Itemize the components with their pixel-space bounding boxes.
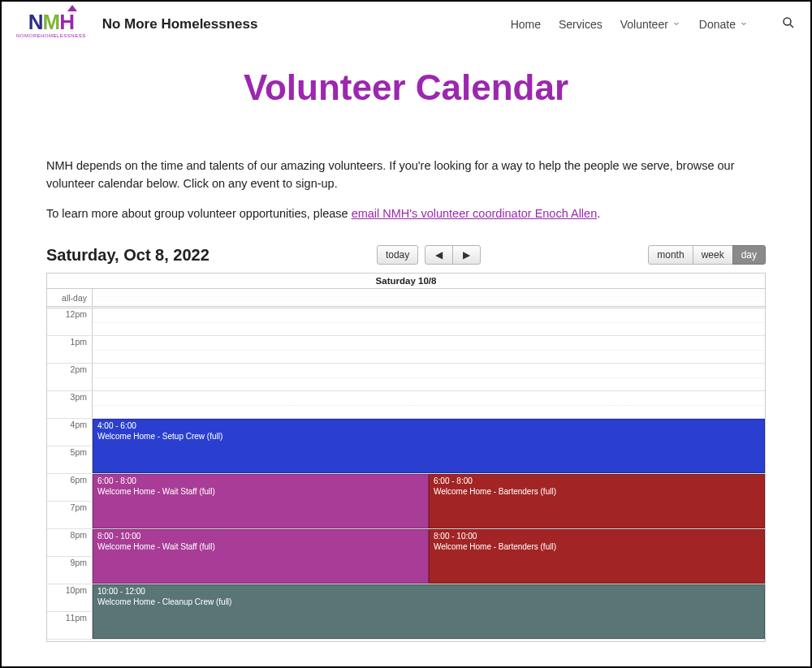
view-week-button[interactable]: week [693, 245, 733, 265]
logo[interactable]: NMH NOMOREHOMELESSNESS No More Homelessn… [16, 10, 257, 38]
intro2-prefix: To learn more about group volunteer oppo… [46, 207, 352, 220]
chevron-down-icon [672, 18, 681, 31]
intro-paragraph-2: To learn more about group volunteer oppo… [46, 205, 766, 222]
nav-volunteer-label: Volunteer [620, 18, 668, 31]
calendar-event[interactable]: 8:00 - 10:00Welcome Home - Bartenders (f… [429, 529, 765, 584]
time-grid: 12pm1pm2pm3pm4pm5pm6pm7pm8pm9pm10pm11pm … [47, 308, 765, 641]
nav-links: Home Services Volunteer Donate [511, 15, 796, 32]
hour-label: 1pm [47, 336, 93, 363]
hour-label: 11pm [47, 612, 93, 639]
event-time: 8:00 - 10:00 [434, 532, 760, 541]
hour-label: 8pm [47, 529, 93, 556]
event-time: 4:00 - 6:00 [97, 421, 760, 431]
calendar-event[interactable]: 8:00 - 10:00Welcome Home - Wait Staff (f… [93, 529, 429, 584]
intro2-suffix: . [597, 207, 600, 220]
calendar-date-label: Saturday, Oct 8, 2022 [46, 246, 209, 265]
event-title: Welcome Home - Cleanup Crew (full) [97, 597, 760, 607]
top-nav: NMH NOMOREHOMELESSNESS No More Homelessn… [2, 2, 810, 43]
prev-button[interactable]: ◀ [425, 245, 453, 265]
svg-point-0 [784, 18, 791, 25]
event-time: 6:00 - 8:00 [97, 476, 424, 486]
chevron-down-icon [739, 18, 749, 31]
calendar-event[interactable]: 6:00 - 8:00Welcome Home - Wait Staff (fu… [93, 474, 429, 528]
event-title: Welcome Home - Wait Staff (full) [97, 486, 424, 497]
event-title: Welcome Home - Setup Crew (full) [97, 431, 760, 442]
hour-label: 12pm [47, 308, 93, 335]
nav-donate-label: Donate [699, 18, 736, 31]
nav-home[interactable]: Home [511, 18, 541, 31]
calendar-grid: Saturday 10/8 all-day 12pm1pm2pm3pm4pm5p… [46, 273, 766, 642]
search-button[interactable] [781, 15, 796, 32]
calendar-event[interactable]: 4:00 - 6:00Welcome Home - Setup Crew (fu… [93, 419, 765, 473]
calendar-event[interactable]: 10:00 - 12:00Welcome Home - Cleanup Crew… [93, 584, 765, 639]
calendar-event[interactable]: 6:00 - 8:00Welcome Home - Bartenders (fu… [429, 474, 765, 528]
hour-label: 5pm [47, 446, 93, 473]
event-title: Welcome Home - Bartenders (full) [434, 541, 760, 552]
allday-label: all-day [47, 289, 93, 306]
nav-arrow-group: ◀ ▶ [425, 245, 481, 265]
view-month-button[interactable]: month [648, 245, 693, 265]
house-roof-icon [67, 5, 77, 11]
intro-content: NMH depends on the time and talents of o… [2, 157, 810, 222]
calendar-toolbar: Saturday, Oct 8, 2022 today ◀ ▶ month we… [46, 245, 766, 265]
search-icon [781, 15, 796, 30]
intro-paragraph-1: NMH depends on the time and talents of o… [46, 157, 766, 193]
calendar: Saturday, Oct 8, 2022 today ◀ ▶ month we… [2, 245, 810, 642]
hour-label: 7pm [47, 502, 93, 528]
coordinator-email-link[interactable]: email NMH's volunteer coordinator Enoch … [352, 207, 598, 220]
view-day-button[interactable]: day [732, 245, 766, 265]
next-button[interactable]: ▶ [452, 245, 481, 265]
hour-label: 9pm [47, 557, 93, 584]
logo-mark: NMH [28, 10, 74, 35]
event-time: 10:00 - 12:00 [97, 587, 760, 597]
svg-line-1 [790, 24, 793, 28]
event-title: Welcome Home - Wait Staff (full) [97, 541, 424, 552]
hour-label: 10pm [47, 584, 93, 611]
hour-label: 6pm [47, 474, 93, 501]
nav-donate[interactable]: Donate [699, 18, 749, 31]
calendar-column-header: Saturday 10/8 [47, 274, 765, 289]
hour-label: 3pm [47, 391, 93, 418]
event-time: 6:00 - 8:00 [434, 476, 760, 486]
nav-services[interactable]: Services [559, 18, 603, 31]
event-title: Welcome Home - Bartenders (full) [434, 486, 760, 497]
site-title: No More Homelessness [102, 16, 258, 32]
hour-label: 4pm [47, 419, 93, 446]
page-title: Volunteer Calendar [2, 67, 810, 108]
event-time: 8:00 - 10:00 [97, 532, 424, 541]
hour-label: 2pm [47, 364, 93, 390]
nav-volunteer[interactable]: Volunteer [620, 18, 681, 31]
today-button[interactable]: today [377, 245, 418, 265]
allday-row: all-day [47, 289, 765, 308]
allday-body[interactable] [93, 289, 765, 306]
view-switcher: month week day [648, 245, 766, 265]
